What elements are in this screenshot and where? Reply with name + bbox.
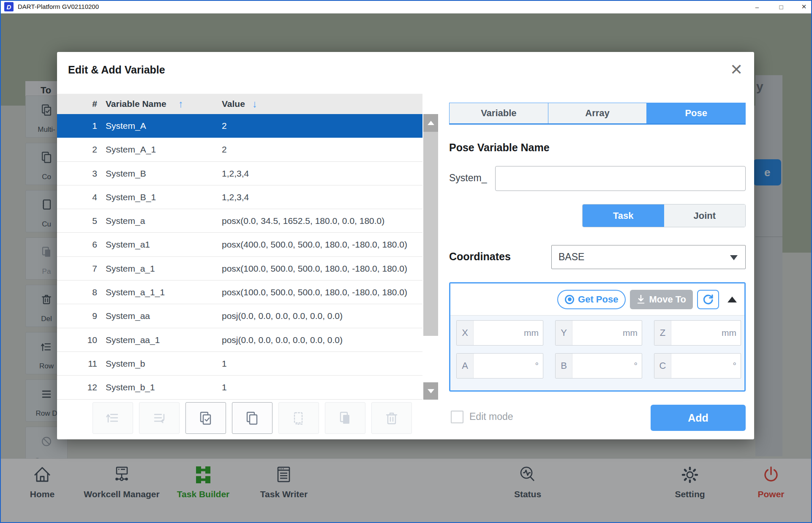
col-header-value[interactable]: Value	[222, 94, 245, 114]
pose-field-y: Ymm	[555, 320, 642, 346]
table-row[interactable]: 10System_aa_1posj(0.0, 0.0, 0.0, 0.0, 0.…	[57, 328, 422, 352]
tab-variable[interactable]: Variable	[450, 103, 548, 123]
refresh-pose-button[interactable]	[697, 290, 719, 309]
table-row[interactable]: 3System_B1,2,3,4	[57, 162, 422, 185]
dialog-close-button[interactable]: ✕	[726, 60, 747, 80]
row-value: 2	[222, 114, 227, 138]
toggle-task[interactable]: Task	[583, 204, 664, 227]
sort-ascending-icon[interactable]: ↑	[178, 94, 183, 114]
table-row[interactable]: 6System_a1posx(400.0, 500.0, 500.0, 180.…	[57, 233, 422, 256]
variable-table-header: # Variable Name ↑ Value ↓	[57, 94, 422, 114]
copy-check-icon	[197, 410, 214, 427]
variable-name-prefix: System_	[449, 172, 487, 184]
table-row[interactable]: 7System_a_1posx(100.0, 500.0, 500.0, 180…	[57, 257, 422, 281]
row-variable-name: System_a_1	[106, 257, 155, 281]
row-value: posx(0.0, 34.5, 1652.5, 180.0, 0.0, 180.…	[222, 209, 384, 233]
window-title: DART-Platform GV02110200	[18, 0, 99, 14]
coordinates-dropdown[interactable]: BASE	[551, 245, 746, 269]
row-number: 12	[57, 376, 97, 399]
rows-promote-button	[93, 402, 133, 434]
move-to-button[interactable]: Move To	[630, 290, 693, 309]
pose-input-x[interactable]	[474, 321, 523, 345]
pose-input-a[interactable]	[474, 354, 523, 378]
row-number: 4	[57, 185, 97, 209]
table-row[interactable]: 2System_A_12	[57, 138, 422, 161]
window-maximize-button[interactable]: □	[774, 0, 788, 14]
scroll-up-button[interactable]	[423, 114, 438, 132]
tab-array[interactable]: Array	[548, 103, 647, 123]
table-row[interactable]: 8System_a_1_1posx(100.0, 500.0, 500.0, 1…	[57, 281, 422, 304]
pose-input-b[interactable]	[573, 354, 621, 378]
rows-promote-icon	[104, 410, 121, 427]
pose-input-z[interactable]	[672, 321, 720, 345]
variable-table-body: 1System_A22System_A_123System_B1,2,3,44S…	[57, 114, 422, 400]
row-variable-name: System_a	[106, 209, 145, 233]
variable-name-input[interactable]	[495, 166, 746, 191]
collapse-panel-icon[interactable]	[728, 297, 737, 302]
rows-demote-button	[139, 402, 180, 434]
pose-field-label: C	[654, 354, 671, 378]
pose-input-y[interactable]	[573, 321, 621, 345]
duplicate-button[interactable]	[232, 402, 272, 434]
row-number: 11	[57, 352, 97, 376]
pose-field-b: B°	[555, 353, 642, 379]
edit-mode-checkbox[interactable]	[451, 411, 463, 423]
pose-field-label: Y	[556, 321, 572, 345]
get-pose-button[interactable]: Get Pose	[557, 290, 626, 309]
table-row[interactable]: 11System_b1	[57, 352, 422, 376]
chevron-down-icon	[730, 255, 738, 260]
download-arrow-icon	[637, 295, 645, 304]
scroll-down-button[interactable]	[423, 382, 438, 400]
move-to-label: Move To	[649, 294, 686, 305]
toggle-joint[interactable]: Joint	[664, 204, 746, 227]
duplicate-icon	[244, 410, 261, 427]
row-variable-name: System_A_1	[106, 138, 156, 161]
pose-field-label: A	[457, 354, 474, 378]
row-number: 3	[57, 162, 97, 185]
row-value: posx(100.0, 500.0, 500.0, 180.0, -180.0,…	[222, 257, 407, 281]
dialog-title: Edit & Add Variable	[68, 64, 165, 76]
edit-mode-label: Edit mode	[469, 411, 513, 422]
row-variable-name: System_aa	[106, 304, 150, 328]
pose-input-c[interactable]	[672, 354, 720, 378]
window-minimize-button[interactable]: –	[750, 0, 764, 14]
refresh-icon	[702, 294, 714, 305]
pose-field-unit: °	[634, 354, 638, 378]
add-button[interactable]: Add	[651, 405, 746, 431]
row-variable-name: System_B	[106, 162, 146, 185]
row-number: 1	[57, 114, 97, 138]
table-row[interactable]: 4System_B_11,2,3,4	[57, 185, 422, 209]
row-value: 1,2,3,4	[222, 162, 249, 185]
table-row[interactable]: 9System_aaposj(0.0, 0.0, 0.0, 0.0, 0.0, …	[57, 304, 422, 328]
col-header-variable-name[interactable]: Variable Name	[106, 94, 166, 114]
pose-field-a: A°	[456, 353, 543, 379]
table-row[interactable]: 5System_aposx(0.0, 34.5, 1652.5, 180.0, …	[57, 209, 422, 233]
scrollbar-thumb[interactable]	[423, 132, 438, 336]
window-close-button[interactable]: ✕	[797, 0, 811, 14]
copy-check-button[interactable]	[185, 402, 226, 434]
pose-field-label: B	[556, 354, 572, 378]
table-row[interactable]: 12System_b_11	[57, 376, 422, 399]
row-variable-name: System_a_1_1	[106, 281, 165, 304]
row-value: 1	[222, 376, 227, 399]
row-value: 1,2,3,4	[222, 185, 249, 209]
row-number: 10	[57, 328, 97, 352]
app-logo-icon: D	[4, 2, 14, 11]
table-row[interactable]: 1System_A2	[57, 114, 422, 138]
row-variable-name: System_b	[106, 352, 145, 376]
row-variable-name: System_b_1	[106, 376, 155, 399]
get-pose-label: Get Pose	[578, 294, 618, 305]
trash-icon	[383, 410, 400, 427]
row-value: posj(0.0, 0.0, 0.0, 0.0, 0.0, 0.0)	[222, 328, 343, 352]
row-number: 6	[57, 233, 97, 256]
pose-field-z: Zmm	[654, 320, 741, 346]
row-number: 2	[57, 138, 97, 161]
paste-outline-icon	[290, 410, 307, 427]
paste-filled-icon	[337, 410, 354, 427]
tab-pose[interactable]: Pose	[646, 103, 745, 123]
row-number: 9	[57, 304, 97, 328]
row-variable-name: System_B_1	[106, 185, 156, 209]
sort-descending-icon[interactable]: ↓	[252, 94, 257, 114]
pose-field-unit: °	[733, 354, 736, 378]
row-value: 1	[222, 352, 227, 376]
